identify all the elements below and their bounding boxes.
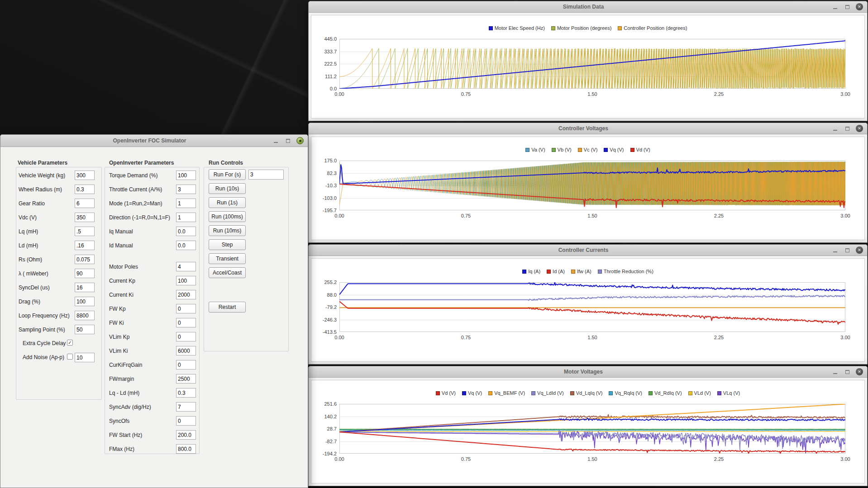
legend-swatch-icon	[649, 391, 653, 395]
restore-button[interactable]	[844, 246, 851, 254]
field-input-gear-ratio[interactable]	[75, 199, 95, 208]
button-run-1s[interactable]: Run (1s)	[209, 197, 246, 208]
y-axis-tick-label: 222.5	[313, 61, 337, 66]
button-run-10s[interactable]: Run (10s)	[209, 183, 246, 194]
y-axis-tick-label: 0.0	[313, 86, 337, 91]
field-input-mode-1-run-2-man[interactable]	[176, 199, 196, 208]
minimize-button[interactable]	[831, 3, 839, 10]
minimize-button[interactable]	[831, 125, 839, 132]
field-input-motor-poles[interactable]	[176, 262, 196, 271]
field-label-iq-manual: Iq Manual	[109, 228, 133, 235]
field-input-fwmargin[interactable]	[176, 374, 196, 384]
button-run-10ms[interactable]: Run (10ms)	[209, 225, 246, 236]
y-axis-tick-label: 111.2	[313, 74, 337, 79]
legend-label: Iq (A)	[528, 269, 540, 274]
field-input-fw-start-hz[interactable]	[176, 430, 196, 440]
field-input-syncadv-dig-hz[interactable]	[176, 402, 196, 412]
x-axis-tick-label: 2.25	[709, 456, 730, 462]
restore-button[interactable]	[844, 368, 851, 375]
field-input-fmax-hz[interactable]	[176, 444, 196, 454]
legend-item: Iq (A)	[522, 269, 540, 274]
field-input-vlim-kp[interactable]	[176, 332, 196, 341]
field-input-torque-demand[interactable]	[176, 171, 196, 180]
window-title: Controller Voltages	[340, 123, 826, 134]
legend-swatch-icon	[618, 26, 622, 30]
close-icon[interactable]: ✕	[856, 246, 863, 254]
field-input-id-manual[interactable]	[176, 241, 196, 250]
y-axis-tick-label: -10.3	[313, 183, 337, 188]
restore-icon	[845, 248, 849, 252]
field-label-mweber: λ ( mWeber)	[19, 270, 48, 277]
minimize-icon	[833, 373, 837, 374]
close-icon[interactable]: ✕	[856, 368, 863, 375]
field-input-loop-frequency-hz[interactable]	[75, 311, 95, 320]
restore-button[interactable]	[844, 125, 851, 132]
field-input-lq-ld-mh[interactable]	[176, 388, 196, 398]
button-restart[interactable]: Restart	[209, 302, 246, 313]
button-run-100ms[interactable]: Run (100ms)	[209, 211, 246, 222]
window-titlebar[interactable]: Motor Voltages✕	[309, 366, 867, 378]
x-axis-tick-label: 2.25	[709, 213, 730, 218]
field-label-sampling-point: Sampling Point (%)	[19, 327, 65, 333]
minimize-button[interactable]	[272, 137, 279, 144]
legend-label: Vd (V)	[442, 390, 456, 396]
legend-label: Vd (V)	[636, 147, 650, 152]
add-noise-ap-p-checkbox[interactable]	[67, 354, 73, 360]
field-input-syncdel-us[interactable]	[75, 283, 95, 292]
button-step[interactable]: Step	[209, 239, 246, 250]
field-input-ld-mh[interactable]	[75, 241, 95, 250]
field-input-lq-mh[interactable]	[75, 227, 95, 236]
field-input-vehicle-weight-kg[interactable]	[75, 171, 95, 180]
window-titlebar[interactable]: Controller Voltages✕	[309, 123, 867, 134]
minimize-button[interactable]	[831, 368, 839, 375]
window-titlebar[interactable]: OpenInverter FOC Simulator	[0, 135, 308, 147]
chart-panel: Va (V)Vb (V)Vc (V)Vq (V)Vd (V)175.082.3-…	[311, 137, 865, 240]
legend-swatch-icon	[570, 391, 574, 395]
button-transient[interactable]: Transient	[209, 253, 246, 264]
window-titlebar[interactable]: Simulation Data✕	[309, 1, 867, 13]
field-input-direction-1-r-0-n-1-f[interactable]	[176, 213, 196, 222]
field-input-vlim-ki[interactable]	[176, 346, 196, 355]
field-input-iq-manual[interactable]	[176, 227, 196, 236]
chart-panel: Iq (A)Id (A)Ifw (A)Throttle Reduction (%…	[311, 258, 865, 362]
legend-label: Vq (V)	[610, 147, 624, 152]
button-run-for-s[interactable]: Run For (s)	[209, 169, 246, 180]
legend-swatch-icon	[578, 148, 582, 152]
extra-cycle-delay-checkbox[interactable]	[67, 340, 73, 346]
button-accel-coast[interactable]: Accel/Coast	[209, 267, 246, 278]
x-axis-tick-label: 3.00	[835, 456, 856, 462]
field-input-mweber[interactable]	[75, 269, 95, 278]
field-input-vdc-v[interactable]	[75, 213, 95, 222]
field-input-curkifrqgain[interactable]	[176, 360, 196, 370]
field-input-syncofs[interactable]	[176, 416, 196, 426]
field-input-rs-ohm[interactable]	[75, 255, 95, 264]
close-button[interactable]	[296, 137, 304, 144]
restore-button[interactable]	[284, 137, 291, 144]
legend-swatch-icon	[488, 391, 492, 395]
group-heading-run-controls: Run Controls	[209, 160, 243, 166]
minimize-button[interactable]	[831, 246, 839, 254]
x-axis-tick-label: 0.00	[329, 335, 350, 340]
window-titlebar[interactable]: Controller Currents✕	[309, 245, 867, 256]
legend-label: Throttle Reduction (%)	[604, 269, 653, 274]
run-for-seconds-input[interactable]	[248, 170, 284, 180]
legend-item: VLq (V)	[717, 390, 740, 396]
legend-label: Vq_LdId (V)	[537, 390, 564, 396]
field-input-current-ki[interactable]	[176, 290, 196, 299]
restore-button[interactable]	[844, 3, 851, 10]
field-input-throttle-current-a[interactable]	[176, 185, 196, 194]
window-buttons: ✕	[831, 245, 863, 256]
field-input-drag[interactable]	[75, 297, 95, 306]
field-input-fw-ki[interactable]	[176, 318, 196, 327]
field-label-vehicle-weight-kg: Vehicle Weight (kg)	[19, 172, 65, 179]
field-input-wheel-radius-m[interactable]	[75, 185, 95, 194]
field-input-add-noise-ap-p[interactable]	[75, 353, 95, 362]
field-input-current-kp[interactable]	[176, 276, 196, 285]
field-input-fw-kp[interactable]	[176, 304, 196, 313]
field-input-sampling-point[interactable]	[75, 325, 95, 334]
legend-item: Motor Position (degrees)	[551, 25, 611, 31]
legend-label: Vd_RdIq (V)	[654, 390, 682, 396]
chart-canvas	[339, 161, 845, 210]
close-icon[interactable]: ✕	[856, 3, 863, 10]
close-icon[interactable]: ✕	[856, 125, 863, 132]
